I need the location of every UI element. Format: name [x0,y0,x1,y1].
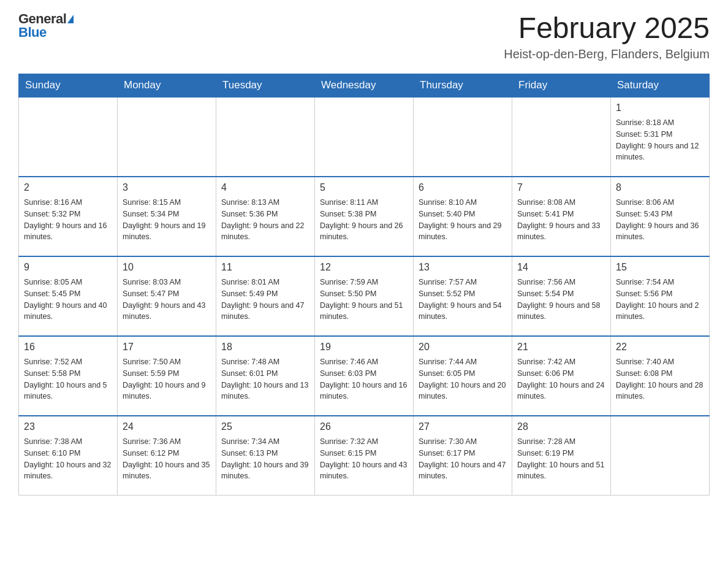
weekday-header-row: Sunday Monday Tuesday Wednesday Thursday… [19,74,710,97]
day-info: Sunrise: 7:42 AMSunset: 6:06 PMDaylight:… [517,356,605,402]
table-row [611,416,710,496]
table-row: 13Sunrise: 7:57 AMSunset: 5:52 PMDayligh… [414,256,512,336]
table-row: 24Sunrise: 7:36 AMSunset: 6:12 PMDayligh… [118,416,216,496]
day-number: 14 [517,261,605,274]
header-monday: Monday [118,74,216,97]
day-info: Sunrise: 8:06 AMSunset: 5:43 PMDaylight:… [616,197,704,243]
day-info: Sunrise: 7:38 AMSunset: 6:10 PMDaylight:… [24,436,112,482]
calendar-subtitle: Heist-op-den-Berg, Flanders, Belgium [504,47,710,61]
calendar-title: February 2025 [504,12,710,45]
table-row: 3Sunrise: 8:15 AMSunset: 5:34 PMDaylight… [118,177,216,256]
table-row [512,97,611,177]
table-row [216,97,315,177]
table-row [315,97,414,177]
table-row: 19Sunrise: 7:46 AMSunset: 6:03 PMDayligh… [315,336,414,416]
table-row: 14Sunrise: 7:56 AMSunset: 5:54 PMDayligh… [512,256,611,336]
day-number: 25 [221,420,309,434]
day-number: 28 [517,420,605,434]
calendar-table: Sunday Monday Tuesday Wednesday Thursday… [18,74,710,496]
calendar-header: Sunday Monday Tuesday Wednesday Thursday… [19,74,710,97]
calendar-week-row: 16Sunrise: 7:52 AMSunset: 5:58 PMDayligh… [19,336,710,416]
day-number: 23 [24,420,112,434]
table-row: 10Sunrise: 8:03 AMSunset: 5:47 PMDayligh… [118,256,216,336]
calendar-week-row: 1Sunrise: 8:18 AMSunset: 5:31 PMDaylight… [19,97,710,177]
table-row [414,97,512,177]
day-number: 22 [616,340,704,354]
day-number: 17 [123,340,211,354]
day-number: 26 [320,420,408,434]
table-row: 9Sunrise: 8:05 AMSunset: 5:45 PMDaylight… [19,256,118,336]
day-info: Sunrise: 8:05 AMSunset: 5:45 PMDaylight:… [24,277,112,323]
day-number: 10 [123,261,211,274]
day-info: Sunrise: 8:16 AMSunset: 5:32 PMDaylight:… [24,197,112,243]
page-header: General Blue February 2025 Heist-op-den-… [18,12,710,61]
table-row: 15Sunrise: 7:54 AMSunset: 5:56 PMDayligh… [611,256,710,336]
day-info: Sunrise: 8:03 AMSunset: 5:47 PMDaylight:… [123,277,211,323]
day-number: 8 [616,181,704,194]
title-block: February 2025 Heist-op-den-Berg, Flander… [504,12,710,61]
header-tuesday: Tuesday [216,74,315,97]
day-info: Sunrise: 7:44 AMSunset: 6:05 PMDaylight:… [419,356,507,402]
header-sunday: Sunday [19,74,118,97]
table-row: 18Sunrise: 7:48 AMSunset: 6:01 PMDayligh… [216,336,315,416]
day-info: Sunrise: 8:10 AMSunset: 5:40 PMDaylight:… [419,197,507,243]
day-number: 19 [320,340,408,354]
day-info: Sunrise: 8:15 AMSunset: 5:34 PMDaylight:… [123,197,211,243]
table-row: 23Sunrise: 7:38 AMSunset: 6:10 PMDayligh… [19,416,118,496]
logo-general-text: General [18,12,66,26]
day-number: 20 [419,340,507,354]
day-info: Sunrise: 7:50 AMSunset: 5:59 PMDaylight:… [123,356,211,402]
header-friday: Friday [512,74,611,97]
day-number: 6 [419,181,507,194]
day-info: Sunrise: 8:01 AMSunset: 5:49 PMDaylight:… [221,277,309,323]
day-info: Sunrise: 7:32 AMSunset: 6:15 PMDaylight:… [320,436,408,482]
table-row: 17Sunrise: 7:50 AMSunset: 5:59 PMDayligh… [118,336,216,416]
logo-triangle-icon [67,15,74,23]
day-number: 5 [320,181,408,194]
table-row: 4Sunrise: 8:13 AMSunset: 5:36 PMDaylight… [216,177,315,256]
table-row: 5Sunrise: 8:11 AMSunset: 5:38 PMDaylight… [315,177,414,256]
day-number: 4 [221,181,309,194]
table-row: 22Sunrise: 7:40 AMSunset: 6:08 PMDayligh… [611,336,710,416]
day-number: 24 [123,420,211,434]
table-row [118,97,216,177]
logo: General Blue [18,12,74,39]
day-number: 27 [419,420,507,434]
day-info: Sunrise: 7:48 AMSunset: 6:01 PMDaylight:… [221,356,309,402]
table-row: 1Sunrise: 8:18 AMSunset: 5:31 PMDaylight… [611,97,710,177]
day-number: 7 [517,181,605,194]
table-row: 2Sunrise: 8:16 AMSunset: 5:32 PMDaylight… [19,177,118,256]
day-info: Sunrise: 8:11 AMSunset: 5:38 PMDaylight:… [320,197,408,243]
day-info: Sunrise: 7:59 AMSunset: 5:50 PMDaylight:… [320,277,408,323]
table-row: 7Sunrise: 8:08 AMSunset: 5:41 PMDaylight… [512,177,611,256]
header-saturday: Saturday [611,74,710,97]
table-row: 16Sunrise: 7:52 AMSunset: 5:58 PMDayligh… [19,336,118,416]
calendar-body: 1Sunrise: 8:18 AMSunset: 5:31 PMDaylight… [19,97,710,496]
table-row: 27Sunrise: 7:30 AMSunset: 6:17 PMDayligh… [414,416,512,496]
table-row: 20Sunrise: 7:44 AMSunset: 6:05 PMDayligh… [414,336,512,416]
day-info: Sunrise: 7:40 AMSunset: 6:08 PMDaylight:… [616,356,704,402]
day-number: 11 [221,261,309,274]
day-info: Sunrise: 7:54 AMSunset: 5:56 PMDaylight:… [616,277,704,323]
table-row: 11Sunrise: 8:01 AMSunset: 5:49 PMDayligh… [216,256,315,336]
day-info: Sunrise: 7:30 AMSunset: 6:17 PMDaylight:… [419,436,507,482]
table-row: 25Sunrise: 7:34 AMSunset: 6:13 PMDayligh… [216,416,315,496]
day-number: 15 [616,261,704,274]
header-thursday: Thursday [414,74,512,97]
day-info: Sunrise: 8:08 AMSunset: 5:41 PMDaylight:… [517,197,605,243]
calendar-week-row: 9Sunrise: 8:05 AMSunset: 5:45 PMDaylight… [19,256,710,336]
day-number: 18 [221,340,309,354]
calendar-week-row: 23Sunrise: 7:38 AMSunset: 6:10 PMDayligh… [19,416,710,496]
day-info: Sunrise: 8:18 AMSunset: 5:31 PMDaylight:… [616,117,704,163]
day-info: Sunrise: 7:34 AMSunset: 6:13 PMDaylight:… [221,436,309,482]
day-number: 9 [24,261,112,274]
day-number: 21 [517,340,605,354]
day-info: Sunrise: 7:28 AMSunset: 6:19 PMDaylight:… [517,436,605,482]
day-info: Sunrise: 7:46 AMSunset: 6:03 PMDaylight:… [320,356,408,402]
day-info: Sunrise: 7:52 AMSunset: 5:58 PMDaylight:… [24,356,112,402]
day-number: 12 [320,261,408,274]
table-row: 12Sunrise: 7:59 AMSunset: 5:50 PMDayligh… [315,256,414,336]
day-info: Sunrise: 7:36 AMSunset: 6:12 PMDaylight:… [123,436,211,482]
day-number: 13 [419,261,507,274]
day-info: Sunrise: 8:13 AMSunset: 5:36 PMDaylight:… [221,197,309,243]
